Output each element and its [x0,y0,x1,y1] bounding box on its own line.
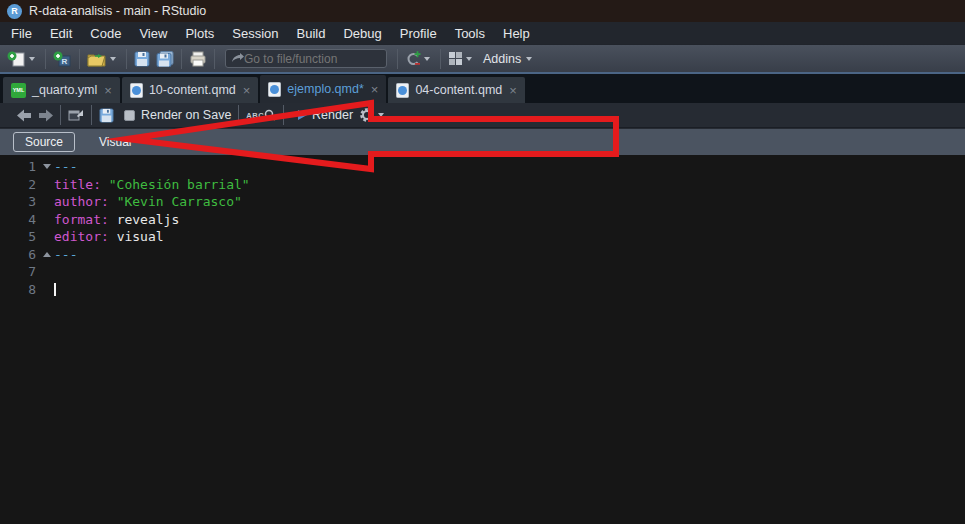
separator [181,49,182,69]
line-number: 8 [0,281,40,299]
tab-04-content-qmd[interactable]: 04-content.qmd× [388,77,524,103]
back-button[interactable] [14,107,35,124]
quarto-file-icon [396,83,409,98]
magnifier-icon [264,109,276,121]
code-token: --- [54,159,77,174]
tab-label: 04-content.qmd [415,83,502,97]
code-editor[interactable]: 1---2title: "Cohesión barrial"3author: "… [0,155,965,524]
addins-label: Addins [481,52,523,66]
gear-icon [359,107,375,123]
separator [91,105,92,125]
code-text: format: revealjs [54,211,179,229]
menu-item-help[interactable]: Help [494,24,539,43]
checkbox-icon [124,110,135,121]
close-icon[interactable]: × [243,84,251,97]
addins-button[interactable]: Addins [478,50,538,68]
back-arrow-icon [17,109,32,122]
goto-file-input[interactable] [244,52,374,66]
fold-column [40,211,54,229]
popout-window-button[interactable] [65,106,87,124]
menu-item-tools[interactable]: Tools [446,24,494,43]
text-cursor [54,283,56,296]
spellcheck-button[interactable]: ABC [243,107,279,123]
save-button[interactable] [131,49,153,69]
editor-mode-toggle: Source Visual [0,128,965,155]
quarto-file-icon [268,82,281,97]
editor-tabbar: YML_quarto.yml×10-content.qmd×ejemplo.qm… [0,74,965,103]
new-file-icon [7,50,26,68]
code-line: 2title: "Cohesión barrial" [0,176,965,194]
new-project-button[interactable]: R [50,48,75,70]
chevron-down-icon [378,113,384,117]
fold-toggle-icon[interactable] [40,158,54,176]
source-mode-button[interactable]: Source [13,132,75,152]
menu-item-session[interactable]: Session [223,24,287,43]
line-number: 1 [0,158,40,176]
separator [214,49,215,69]
tab-quarto-yml[interactable]: YML_quarto.yml× [3,77,120,103]
line-number: 7 [0,263,40,281]
version-control-button[interactable] [402,49,436,69]
close-icon[interactable]: × [509,84,517,97]
save-icon [134,51,150,67]
menu-item-plots[interactable]: Plots [176,24,223,43]
separator [440,49,441,69]
chevron-down-icon [526,57,532,61]
print-button[interactable] [186,49,210,69]
tab-ejemplo-qmd[interactable]: ejemplo.qmd*× [260,75,386,103]
version-control-icon [405,51,421,67]
window-title: R-data-analisis - main - RStudio [29,4,206,18]
render-on-save-checkbox[interactable]: Render on Save [117,106,234,124]
close-icon[interactable]: × [371,83,379,96]
menu-item-debug[interactable]: Debug [334,24,390,43]
code-token: author: [54,194,109,209]
code-token: "Kevin Carrasco" [117,194,242,209]
tab-label: ejemplo.qmd* [287,82,363,96]
line-number: 2 [0,176,40,194]
code-token: --- [54,247,77,262]
code-line: 6--- [0,246,965,264]
close-icon[interactable]: × [104,84,112,97]
menu-item-code[interactable]: Code [81,24,130,43]
chevron-down-icon [466,57,472,61]
fold-down-triangle [43,164,51,169]
code-token: "Cohesión barrial" [109,177,250,192]
code-token [101,177,109,192]
render-button[interactable]: Render [288,106,356,124]
rstudio-logo-icon: R [7,4,22,19]
quarto-file-icon [130,83,143,98]
fold-up-triangle [43,252,51,257]
goto-file-search[interactable] [225,49,387,68]
svg-text:R: R [62,57,68,66]
save-source-button[interactable] [96,106,117,125]
save-all-button[interactable] [153,49,177,69]
open-folder-icon [87,51,107,67]
menu-item-edit[interactable]: Edit [41,24,81,43]
code-line: 4format: revealjs [0,211,965,229]
code-line: 5editor: visual [0,228,965,246]
menu-item-build[interactable]: Build [288,24,335,43]
menu-item-view[interactable]: View [130,24,176,43]
code-text: editor: visual [54,228,164,246]
chevron-down-icon [424,57,430,61]
rstudio-window: R R-data-analisis - main - RStudio FileE… [0,0,965,524]
tab-10-content-qmd[interactable]: 10-content.qmd× [122,77,258,103]
fold-toggle-icon[interactable] [40,246,54,264]
code-token: title: [54,177,101,192]
visual-mode-button[interactable]: Visual [88,133,142,151]
menu-item-file[interactable]: File [2,24,41,43]
line-number: 3 [0,193,40,211]
render-options-button[interactable] [356,105,390,125]
new-file-button[interactable] [4,48,41,70]
code-token: editor: [54,229,109,244]
separator [45,49,46,69]
workspace-panes-button[interactable] [445,49,478,68]
fold-column [40,263,54,281]
open-file-button[interactable] [84,49,122,69]
code-text: title: "Cohesión barrial" [54,176,250,194]
fold-column [40,193,54,211]
code-token: visual [117,229,164,244]
code-token [109,212,117,227]
forward-button[interactable] [35,107,56,124]
menu-item-profile[interactable]: Profile [391,24,446,43]
